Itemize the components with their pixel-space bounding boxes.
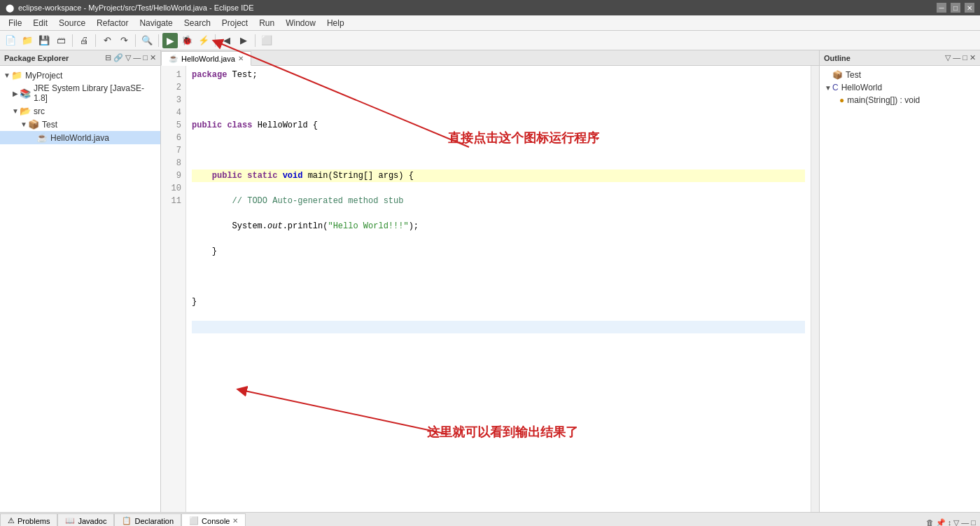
- outline-item-helloworld[interactable]: ▼ C HelloWorld: [820, 81, 980, 94]
- outline-minimize-icon[interactable]: —: [953, 53, 960, 62]
- outline-close-icon[interactable]: ✕: [969, 53, 976, 62]
- menu-search[interactable]: Search: [178, 17, 216, 29]
- package-icon: 📦: [28, 119, 39, 130]
- editor-content[interactable]: 1 2 3 4 5 6 7 8 9 10 11 package Test; pu…: [161, 66, 819, 512]
- package-explorer-icons: ⊟ 🔗 ▽ — □ ✕: [105, 53, 156, 62]
- open-button[interactable]: 📁: [20, 33, 35, 48]
- tree-label-src: src: [34, 106, 45, 116]
- minimize-button[interactable]: ─: [937, 3, 946, 13]
- menu-run[interactable]: Run: [253, 17, 280, 29]
- menu-bar: File Edit Source Refactor Navigate Searc…: [0, 15, 980, 31]
- maximize-panel-icon[interactable]: □: [143, 53, 148, 62]
- menu-project[interactable]: Project: [216, 17, 253, 29]
- save-all-button[interactable]: 🗃: [53, 33, 69, 48]
- debug-button[interactable]: 🐞: [179, 33, 195, 48]
- arrow-src: ▼: [11, 107, 20, 115]
- undo-button[interactable]: ↶: [99, 33, 115, 48]
- prev-button[interactable]: ◀: [219, 33, 234, 48]
- menu-help[interactable]: Help: [321, 17, 350, 29]
- menu-refactor[interactable]: Refactor: [91, 17, 134, 29]
- collapse-all-icon[interactable]: ⊟: [105, 53, 111, 62]
- declaration-icon: 📋: [122, 516, 132, 525]
- sep2: [95, 34, 96, 47]
- bottom-area: ⚠ Problems 📖 Javadoc 📋 Declaration ⬜ Con…: [0, 512, 980, 526]
- console-clear-icon[interactable]: 🗑: [926, 518, 934, 526]
- outline-maximize-icon[interactable]: □: [962, 53, 967, 62]
- console-minimize-icon[interactable]: —: [961, 518, 969, 526]
- sep5: [215, 34, 216, 47]
- code-editor[interactable]: package Test; public class HelloWorld { …: [186, 66, 811, 512]
- link-editor-icon[interactable]: 🔗: [113, 53, 123, 62]
- close-button[interactable]: ✕: [965, 3, 974, 13]
- outline-header: Outline ▽ — □ ✕: [820, 50, 980, 66]
- console-tab-close-icon[interactable]: ✕: [232, 517, 238, 525]
- bottom-tabs-left: ⚠ Problems 📖 Javadoc 📋 Declaration ⬜ Con…: [0, 513, 246, 526]
- console-view-menu-icon[interactable]: ▽: [953, 518, 959, 526]
- console-scroll-icon[interactable]: ↕: [948, 518, 952, 526]
- outline-icons: ▽ — □ ✕: [945, 53, 976, 62]
- new-button[interactable]: 📄: [3, 33, 18, 48]
- tab-declaration[interactable]: 📋 Declaration: [114, 513, 181, 526]
- tree-label-helloworldjava: HelloWorld.java: [50, 133, 109, 143]
- toolbar: 📄 📁 💾 🗃 🖨 ↶ ↷ 🔍 ▶ 🐞 ⚡ ◀ ▶ ⬜: [0, 31, 980, 50]
- close-panel-icon[interactable]: ✕: [150, 53, 156, 62]
- outline-item-main[interactable]: ● main(String[]) : void: [820, 94, 980, 106]
- jre-icon: 📚: [20, 88, 31, 99]
- menu-file[interactable]: File: [3, 17, 27, 29]
- src-icon: 📂: [20, 106, 31, 116]
- outline-item-test[interactable]: 📦 Test: [820, 69, 980, 81]
- minimize-panel-icon[interactable]: —: [133, 53, 141, 62]
- arrow-test: ▼: [20, 120, 28, 128]
- outline-label-main: main(String[]) : void: [847, 95, 920, 105]
- tree-item-myproject[interactable]: ▼ 📁 MyProject: [0, 69, 160, 82]
- sep6: [255, 34, 255, 47]
- tab-problems-label: Problems: [18, 517, 50, 525]
- outline-view-menu-icon[interactable]: ▽: [945, 53, 951, 62]
- window-title: eclipse-workspace - MyProject/src/Test/H…: [18, 4, 254, 12]
- problems-icon: ⚠: [8, 516, 15, 525]
- tab-java-icon: ☕: [169, 54, 178, 63]
- perspective-button[interactable]: ⬜: [259, 33, 274, 48]
- view-menu-icon[interactable]: ▽: [125, 53, 131, 62]
- search-toolbar-button[interactable]: 🔍: [139, 33, 155, 48]
- tab-javadoc[interactable]: 📖 Javadoc: [57, 513, 114, 526]
- profile-button[interactable]: ⚡: [196, 33, 211, 48]
- menu-source[interactable]: Source: [53, 17, 91, 29]
- tab-javadoc-label: Javadoc: [78, 517, 106, 525]
- outline-arrow-helloworld: ▼: [824, 84, 832, 92]
- menu-window[interactable]: Window: [280, 17, 321, 29]
- sep1: [72, 34, 73, 47]
- outline-title: Outline: [824, 54, 850, 62]
- console-maximize-icon[interactable]: □: [971, 518, 976, 526]
- run-button[interactable]: ▶: [162, 33, 178, 48]
- console-icon: ⬜: [189, 516, 199, 525]
- tree-item-jre[interactable]: ▶ 📚 JRE System Library [JavaSE-1.8]: [0, 82, 160, 104]
- bottom-tab-toolbar: 🗑 📌 ↕ ▽ — □: [926, 518, 980, 526]
- editor-scrollbar[interactable]: [811, 66, 819, 512]
- save-button[interactable]: 💾: [36, 33, 52, 48]
- tab-console[interactable]: ⬜ Console ✕: [181, 513, 246, 526]
- print-button[interactable]: 🖨: [76, 33, 92, 48]
- redo-button[interactable]: ↷: [116, 33, 132, 48]
- tree-label-jre: JRE System Library [JavaSE-1.8]: [34, 83, 158, 103]
- tab-helloworldjava-label: HelloWorld.java: [181, 55, 235, 63]
- package-explorer-header: Package Explorer ⊟ 🔗 ▽ — □ ✕: [0, 50, 160, 66]
- menu-edit[interactable]: Edit: [27, 17, 53, 29]
- window-controls[interactable]: ─ □ ✕: [937, 3, 974, 13]
- next-button[interactable]: ▶: [236, 33, 251, 48]
- tab-close-icon[interactable]: ✕: [238, 55, 244, 62]
- menu-navigate[interactable]: Navigate: [134, 17, 178, 29]
- tab-problems[interactable]: ⚠ Problems: [0, 513, 57, 526]
- tree-item-src[interactable]: ▼ 📂 src: [0, 104, 160, 118]
- tab-helloworldjava[interactable]: ☕ HelloWorld.java ✕: [161, 51, 251, 66]
- arrow-jre: ▶: [11, 90, 20, 97]
- console-pin-icon[interactable]: 📌: [936, 518, 946, 526]
- tree-item-helloworldjava[interactable]: ☕ HelloWorld.java: [0, 131, 160, 144]
- java-file-icon: ☕: [36, 132, 48, 143]
- maximize-button[interactable]: □: [951, 3, 960, 13]
- tab-console-label: Console: [202, 517, 230, 525]
- outline-panel: Outline ▽ — □ ✕ 📦 Test ▼ C HelloWorld ● …: [819, 50, 980, 512]
- editor-area: ☕ HelloWorld.java ✕ 1 2 3 4 5 6 7 8 9 10…: [161, 50, 819, 512]
- sep3: [135, 34, 136, 47]
- tree-item-test[interactable]: ▼ 📦 Test: [0, 118, 160, 131]
